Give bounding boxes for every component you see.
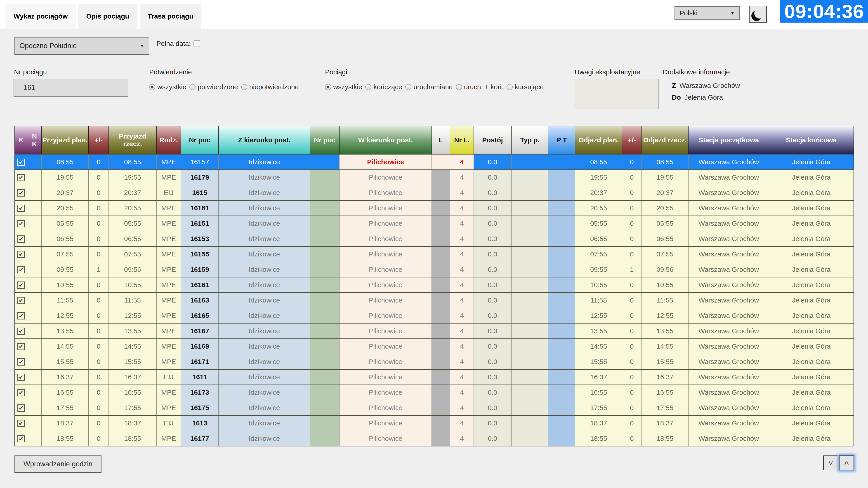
table-row[interactable]: ✔19:55019:55MPE16179IdzikowicePilichowic… [15,170,854,185]
dark-mode-button[interactable] [749,6,767,23]
to-value: Jelenia Góra [684,94,723,101]
confirmation-radio-icon[interactable] [149,84,155,90]
trains-radio-icon[interactable] [325,84,331,90]
confirmation-option-1[interactable]: potwierdzone [189,83,238,91]
cell-l [432,431,450,446]
tab-2[interactable]: Trasa pociągu [140,4,202,29]
row-checkbox[interactable]: ✔ [18,343,25,350]
row-checkbox[interactable]: ✔ [18,266,25,273]
cell-nr-poc: 1611 [181,369,219,385]
row-checkbox[interactable]: ✔ [18,312,25,320]
cell-z-kierunku: Idzikowice [219,185,310,200]
table-row-selected[interactable]: ✔08:55008:55MPE16157IdzikowicePilichowic… [15,154,854,170]
scroll-up-button[interactable]: Λ [839,455,854,470]
cell-nr-l: 4 [450,231,473,247]
trains-radio-icon[interactable] [506,84,513,90]
row-checkbox[interactable]: ✔ [18,420,25,427]
row-checkbox[interactable]: ✔ [18,220,25,227]
confirmation-label: Potwierdzenie: [149,68,194,76]
table-row[interactable]: ✔06:55006:55MPE16153IdzikowicePilichowic… [15,231,854,247]
tab-1[interactable]: Opis pociągu [78,4,137,29]
trains-option-0[interactable]: wszystkie [325,83,362,91]
trains-option-2[interactable]: uruchamiane [405,83,453,91]
confirmation-radio-icon[interactable] [241,84,247,90]
table-row[interactable]: ✔10:55010:55MPE16161IdzikowicePilichowic… [15,277,854,293]
cell-odj-diff: 0 [622,247,641,262]
row-checkbox[interactable]: ✔ [18,297,25,304]
trains-radio-icon[interactable] [365,84,371,90]
row-checkbox[interactable]: ✔ [18,358,25,365]
cell-odj-diff: 0 [622,416,641,431]
tab-0[interactable]: Wykaz pociągów [5,4,76,29]
enter-times-button[interactable]: Wprowadzanie godzin [14,455,101,473]
cell-nr-l: 4 [450,247,473,262]
table-row[interactable]: ✔20:55020:55MPE16181IdzikowicePilichowic… [15,200,854,216]
row-checkbox[interactable]: ✔ [18,251,25,258]
table-row[interactable]: ✔16:37016:37EIJ1611IdzikowicePilichowice… [15,369,854,385]
table-row[interactable]: ✔18:37018:37EIJ1613IdzikowicePilichowice… [15,416,854,431]
cell-nr-poc-2 [310,170,340,185]
chevron-down-icon: ▼ [140,43,144,48]
cell-postoj: 0.0 [473,308,511,323]
row-checkbox[interactable]: ✔ [18,205,25,212]
row-checkbox[interactable]: ✔ [18,389,25,396]
cell-stacja-koncowa: Jelenia Góra [769,431,854,446]
table-row[interactable]: ✔20:37020:37EIJ1615IdzikowicePilichowice… [15,185,854,200]
remarks-textarea[interactable] [574,79,659,109]
table-row[interactable]: ✔07:55007:55MPE16155IdzikowicePilichowic… [15,247,854,262]
row-checkbox[interactable]: ✔ [18,435,25,442]
cell-rodz: MPE [156,231,181,247]
table-row[interactable]: ✔12:55012:55MPE16165IdzikowicePilichowic… [15,308,854,323]
table-row[interactable]: ✔16:55016:55MPE16173IdzikowicePilichowic… [15,385,854,400]
table-row[interactable]: ✔05:55005:55MPE16151IdzikowicePilichowic… [15,216,854,231]
trains-option-4[interactable]: kursujące [506,83,544,91]
row-checkbox[interactable]: ✔ [18,174,25,181]
trains-radio-icon[interactable] [405,84,411,90]
trains-radio-icon[interactable] [456,84,462,90]
cell-nk [27,323,41,339]
cell-odj-diff: 1 [622,262,641,277]
table-row[interactable]: ✔18:55018:55MPE16177IdzikowicePilichowic… [15,431,854,446]
full-date-row: Pełna data: [156,40,200,47]
table-row[interactable]: ✔17:55017:55MPE16175IdzikowicePilichowic… [15,400,854,416]
confirmation-radio-icon[interactable] [189,84,195,90]
full-date-checkbox[interactable] [193,40,200,47]
cell-arr-plan: 09:55 [41,262,89,277]
cell-odj-plan: 10:55 [575,277,622,293]
row-checkbox[interactable]: ✔ [18,374,25,381]
trains-option-1[interactable]: kończące [365,83,402,91]
confirmation-option-2[interactable]: niepotwierdzone [241,83,299,91]
row-checkbox[interactable]: ✔ [18,404,25,412]
cell-stacja-koncowa: Jelenia Góra [769,185,854,200]
trains-option-3[interactable]: uruch. + koń. [456,83,503,91]
table-row[interactable]: ✔15:55015:55MPE16171IdzikowicePilichowic… [15,354,854,369]
cell-k: ✔ [15,431,27,446]
cell-postoj: 0.0 [473,385,511,400]
table-row[interactable]: ✔09:55109:56MPE16159IdzikowicePilichowic… [15,262,854,277]
row-checkbox[interactable]: ✔ [18,235,25,242]
station-select[interactable]: Opoczno Południe ▼ [14,37,149,55]
cell-typ-p [511,216,548,231]
cell-stacja-poczatkowa: Warszawa Grochów [688,216,769,231]
cell-z-kierunku: Idzikowice [219,262,310,277]
row-checkbox[interactable]: ✔ [18,328,25,335]
language-select[interactable]: Polski ▼ [675,6,740,20]
cell-k: ✔ [15,416,27,431]
table-row[interactable]: ✔14:55014:55MPE16169IdzikowicePilichowic… [15,339,854,354]
cell-rodz: MPE [156,293,181,308]
train-no-input[interactable] [13,78,128,97]
table-row[interactable]: ✔13:55013:55MPE16167IdzikowicePilichowic… [15,323,854,339]
scroll-down-button[interactable]: V [823,455,838,470]
row-checkbox[interactable]: ✔ [18,159,25,166]
confirmation-option-0[interactable]: wszystkie [149,83,186,91]
row-checkbox[interactable]: ✔ [18,189,25,197]
cell-w-kierunku: Pilichowice [339,247,432,262]
cell-k: ✔ [15,185,27,200]
cell-postoj: 0.0 [473,262,511,277]
cell-nk [27,431,41,446]
col-header-postoj: Postój [473,126,511,154]
table-row[interactable]: ✔11:55011:55MPE16163IdzikowicePilichowic… [15,293,854,308]
cell-arr-diff: 0 [89,170,109,185]
row-checkbox[interactable]: ✔ [18,282,25,289]
cell-nr-l: 4 [450,170,473,185]
